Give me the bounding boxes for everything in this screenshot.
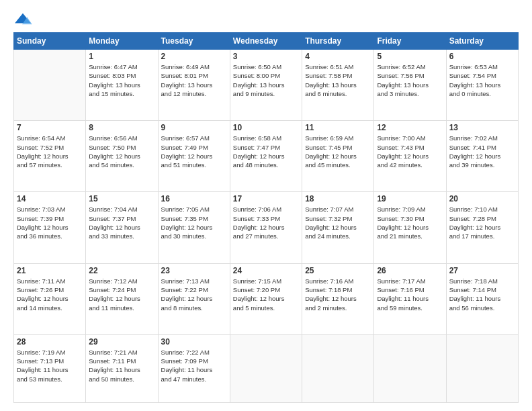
logo-icon <box>13 12 32 27</box>
cell-info-line: and 5 minutes. <box>233 304 299 312</box>
day-number: 25 <box>305 266 371 275</box>
cell-info-line: Sunrise: 7:16 AM <box>305 277 371 285</box>
cell-info-line: Daylight: 12 hours <box>161 152 227 161</box>
cell-info-line: Sunrise: 7:21 AM <box>89 348 154 357</box>
calendar-cell <box>230 334 302 402</box>
cell-info-line: Daylight: 12 hours <box>449 223 515 232</box>
cell-info-line: Sunset: 7:11 PM <box>89 357 154 365</box>
cell-info-line: Sunset: 7:26 PM <box>17 285 83 294</box>
cell-info-line: and 50 minutes. <box>89 375 154 383</box>
calendar-cell: 5Sunrise: 6:52 AMSunset: 7:56 PMDaylight… <box>374 50 446 121</box>
calendar-body: 1Sunrise: 6:47 AMSunset: 8:03 PMDaylight… <box>14 50 519 403</box>
cell-info-line: Daylight: 11 hours <box>449 294 515 303</box>
calendar-header-cell: Wednesday <box>230 33 302 50</box>
cell-info-line: Sunrise: 7:07 AM <box>305 205 371 214</box>
day-number: 10 <box>233 123 299 132</box>
cell-info-line: Sunset: 7:50 PM <box>89 143 154 152</box>
cell-info-line: Sunset: 7:24 PM <box>89 285 154 294</box>
day-number: 14 <box>17 194 83 203</box>
day-number: 6 <box>449 52 515 61</box>
cell-info-line: and 27 minutes. <box>233 232 299 240</box>
calendar-cell: 7Sunrise: 6:54 AMSunset: 7:52 PMDaylight… <box>14 121 86 192</box>
cell-info-line: Sunrise: 7:13 AM <box>161 277 227 285</box>
cell-info-line: Sunset: 7:45 PM <box>305 143 371 152</box>
calendar-cell: 24Sunrise: 7:15 AMSunset: 7:20 PMDayligh… <box>230 263 302 334</box>
logo <box>13 12 35 27</box>
cell-info-line: Sunset: 7:33 PM <box>233 214 299 223</box>
day-number: 21 <box>17 266 83 275</box>
cell-info-line: Sunset: 7:09 PM <box>161 357 227 365</box>
cell-info-line: Daylight: 13 hours <box>449 81 515 89</box>
cell-info-line: Sunrise: 7:06 AM <box>233 205 299 214</box>
calendar-cell: 12Sunrise: 7:00 AMSunset: 7:43 PMDayligh… <box>374 121 446 192</box>
day-number: 24 <box>233 266 299 275</box>
cell-info-line: Sunset: 7:14 PM <box>449 285 515 294</box>
cell-info-line: Sunrise: 6:58 AM <box>233 134 299 142</box>
day-number: 23 <box>161 266 227 275</box>
calendar-cell: 3Sunrise: 6:50 AMSunset: 8:00 PMDaylight… <box>230 50 302 121</box>
cell-info-line: Sunset: 7:52 PM <box>17 143 83 152</box>
calendar-cell: 18Sunrise: 7:07 AMSunset: 7:32 PMDayligh… <box>302 192 374 263</box>
cell-info-line: Daylight: 13 hours <box>305 81 371 89</box>
day-number: 15 <box>89 194 154 203</box>
cell-info-line: Sunrise: 6:51 AM <box>305 62 371 71</box>
day-number: 20 <box>449 194 515 203</box>
calendar-cell: 14Sunrise: 7:03 AMSunset: 7:39 PMDayligh… <box>14 192 86 263</box>
cell-info-line: Daylight: 12 hours <box>17 152 83 161</box>
day-number: 3 <box>233 52 299 61</box>
calendar-cell: 20Sunrise: 7:10 AMSunset: 7:28 PMDayligh… <box>446 192 518 263</box>
calendar-cell: 6Sunrise: 6:53 AMSunset: 7:54 PMDaylight… <box>446 50 518 121</box>
calendar-week-row: 28Sunrise: 7:19 AMSunset: 7:13 PMDayligh… <box>14 334 519 402</box>
cell-info-line: and 21 minutes. <box>377 232 443 240</box>
calendar-header-cell: Monday <box>86 33 158 50</box>
cell-info-line: and 9 minutes. <box>233 89 299 98</box>
calendar-cell: 29Sunrise: 7:21 AMSunset: 7:11 PMDayligh… <box>86 334 158 402</box>
calendar-cell: 21Sunrise: 7:11 AMSunset: 7:26 PMDayligh… <box>14 263 86 334</box>
calendar-cell: 13Sunrise: 7:02 AMSunset: 7:41 PMDayligh… <box>446 121 518 192</box>
day-number: 1 <box>89 52 154 61</box>
cell-info-line: and 24 minutes. <box>305 232 371 240</box>
cell-info-line: Sunrise: 7:17 AM <box>377 277 443 285</box>
cell-info-line: Sunrise: 7:12 AM <box>89 277 154 285</box>
cell-info-line: Sunset: 7:16 PM <box>377 285 443 294</box>
calendar-week-row: 1Sunrise: 6:47 AMSunset: 8:03 PMDaylight… <box>14 50 519 121</box>
calendar-cell: 23Sunrise: 7:13 AMSunset: 7:22 PMDayligh… <box>158 263 230 334</box>
cell-info-line: Daylight: 12 hours <box>17 223 83 232</box>
cell-info-line: Sunrise: 7:09 AM <box>377 205 443 214</box>
day-number: 13 <box>449 123 515 132</box>
cell-info-line: Daylight: 12 hours <box>449 152 515 161</box>
cell-info-line: Sunrise: 7:10 AM <box>449 205 515 214</box>
calendar-cell: 2Sunrise: 6:49 AMSunset: 8:01 PMDaylight… <box>158 50 230 121</box>
cell-info-line: Sunset: 7:13 PM <box>17 357 83 365</box>
cell-info-line: Sunrise: 6:52 AM <box>377 62 443 71</box>
cell-info-line: Daylight: 13 hours <box>377 81 443 89</box>
cell-info-line: and 30 minutes. <box>161 232 227 240</box>
page: SundayMondayTuesdayWednesdayThursdayFrid… <box>0 0 532 411</box>
day-number: 19 <box>377 194 443 203</box>
day-number: 4 <box>305 52 371 61</box>
cell-info-line: Sunrise: 6:57 AM <box>161 134 227 142</box>
cell-info-line: Daylight: 12 hours <box>305 223 371 232</box>
calendar-cell: 25Sunrise: 7:16 AMSunset: 7:18 PMDayligh… <box>302 263 374 334</box>
calendar-cell: 1Sunrise: 6:47 AMSunset: 8:03 PMDaylight… <box>86 50 158 121</box>
cell-info-line: Sunset: 8:01 PM <box>161 71 227 80</box>
calendar-cell: 26Sunrise: 7:17 AMSunset: 7:16 PMDayligh… <box>374 263 446 334</box>
calendar-cell: 17Sunrise: 7:06 AMSunset: 7:33 PMDayligh… <box>230 192 302 263</box>
calendar-cell: 16Sunrise: 7:05 AMSunset: 7:35 PMDayligh… <box>158 192 230 263</box>
cell-info-line: Sunrise: 7:05 AM <box>161 205 227 214</box>
day-number: 26 <box>377 266 443 275</box>
calendar-cell: 30Sunrise: 7:22 AMSunset: 7:09 PMDayligh… <box>158 334 230 402</box>
calendar-cell: 28Sunrise: 7:19 AMSunset: 7:13 PMDayligh… <box>14 334 86 402</box>
cell-info-line: and 15 minutes. <box>89 89 154 98</box>
cell-info-line: Sunrise: 6:47 AM <box>89 62 154 71</box>
calendar-header-cell: Thursday <box>302 33 374 50</box>
day-number: 30 <box>161 337 227 347</box>
cell-info-line: Sunset: 7:47 PM <box>233 143 299 152</box>
cell-info-line: Daylight: 13 hours <box>233 81 299 89</box>
cell-info-line: Sunset: 7:43 PM <box>377 143 443 152</box>
calendar-cell: 11Sunrise: 6:59 AMSunset: 7:45 PMDayligh… <box>302 121 374 192</box>
cell-info-line: and 53 minutes. <box>17 375 83 383</box>
calendar-cell <box>14 50 86 121</box>
cell-info-line: and 42 minutes. <box>377 161 443 169</box>
day-number: 7 <box>17 123 83 132</box>
